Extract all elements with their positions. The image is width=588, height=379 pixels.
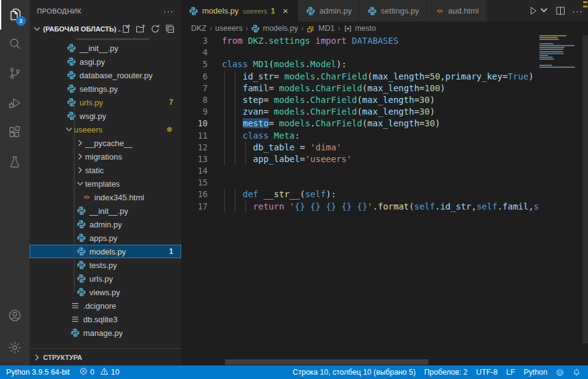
activity-search-button[interactable] <box>0 30 30 59</box>
breadcrumb-mesto[interactable]: mesto <box>343 24 376 33</box>
tree-item-models.py[interactable]: models.py1 <box>30 245 181 258</box>
tab-aud.html[interactable]: <>aud.html <box>427 0 487 22</box>
python-file-icon <box>76 287 86 297</box>
sidebar-more-actions-icon[interactable]: ··· <box>163 6 174 16</box>
python-file-icon <box>67 70 76 80</box>
tab-problems-count: 1 <box>271 7 275 15</box>
new-file-icon[interactable] <box>121 24 131 34</box>
tree-item-__init__.py[interactable]: __init__.py <box>30 41 181 55</box>
tree-item-.dcignore[interactable]: .dcignore <box>30 299 181 312</box>
indentation-setting[interactable]: Пробелов: 2 <box>424 365 467 379</box>
activity-source-control-button[interactable] <box>0 59 30 89</box>
refresh-icon[interactable] <box>150 24 160 34</box>
activity-run-debug-button[interactable] <box>0 89 30 118</box>
breadcrumb-separator-icon: › <box>245 24 248 33</box>
code-line-4: 4 <box>181 47 539 59</box>
run-button[interactable] <box>528 5 549 17</box>
code-editor[interactable]: 3from DKZ.settings import DATABASES45cla… <box>181 35 539 359</box>
close-icon[interactable]: × <box>280 7 290 15</box>
python-file-icon <box>76 233 86 243</box>
status-bar: Python 3.9.5 64-bit 0 10 Строка 10, стол… <box>0 365 588 379</box>
debug-icon <box>7 96 22 112</box>
tree-item-admin.py[interactable]: admin.py <box>30 218 181 231</box>
tab-models.py[interactable]: models.pyuseeers1× <box>181 0 298 22</box>
warning-icon <box>100 367 108 377</box>
tree-item-settings.py[interactable]: settings.py <box>30 82 181 96</box>
tree-item-templates[interactable]: templates <box>30 177 181 190</box>
breadcrumb-separator-icon: › <box>338 24 340 33</box>
horizontal-scrollbar[interactable] <box>225 359 428 365</box>
python-file-icon <box>76 219 86 229</box>
tree-item-urls.py[interactable]: urls.py7 <box>30 96 181 109</box>
html-file-icon: <> <box>81 192 91 202</box>
split-editor-icon[interactable] <box>555 6 566 16</box>
vertical-scrollbar[interactable] <box>582 35 588 343</box>
field-icon <box>343 24 353 33</box>
more-actions-icon[interactable]: ··· <box>572 6 583 16</box>
tree-item-urls.py[interactable]: urls.py <box>30 272 181 285</box>
tree-item-apps.py[interactable]: apps.py <box>30 231 181 245</box>
tree-item-views.py[interactable]: views.py <box>30 285 181 299</box>
breadcrumb-useeers[interactable]: useeers <box>215 24 242 33</box>
explorer-badge: 2 <box>16 16 26 26</box>
problems-indicator[interactable]: 0 10 <box>80 365 120 379</box>
collapse-all-icon[interactable] <box>165 24 175 34</box>
tab-admin.py[interactable]: admin.py <box>298 0 360 22</box>
feedback-icon[interactable] <box>556 365 564 379</box>
code-line-5: 5class MD1(models.Model): <box>181 59 539 70</box>
extensions-icon <box>7 125 22 142</box>
error-icon <box>80 367 88 377</box>
chevron-down-icon <box>64 124 74 134</box>
python-interpreter-selector[interactable]: Python 3.9.5 64-bit <box>6 365 70 379</box>
tree-item-db.sqlite3[interactable]: db.sqlite3 <box>30 312 181 326</box>
new-folder-icon[interactable] <box>136 24 145 34</box>
html-file-icon: <> <box>435 6 444 16</box>
breadcrumb-models.py[interactable]: models.py <box>251 24 298 33</box>
tree-item-wsgi.py[interactable]: wsgi.py <box>30 109 181 123</box>
tree-item-__init__.py[interactable]: __init__.py <box>30 204 181 218</box>
tree-item-tests.py[interactable]: tests.py <box>30 258 181 272</box>
breadcrumb: DKZ›useeers›models.py›MD1›mesto <box>181 22 588 35</box>
tree-item-index345.html[interactable]: <>index345.html <box>30 190 181 204</box>
tree-item-database_roouter.py[interactable]: database_roouter.py <box>30 68 181 82</box>
python-file-icon <box>76 274 86 283</box>
notifications-bell-icon[interactable] <box>573 365 581 379</box>
editor-actions: ··· <box>528 0 583 22</box>
activity-settings-button[interactable] <box>0 333 30 363</box>
python-file-icon <box>76 247 86 256</box>
activity-explorer-button[interactable]: 2 <box>0 0 30 30</box>
python-file-icon <box>76 260 86 270</box>
tree-indent-guide <box>74 103 75 293</box>
breadcrumb-DKZ[interactable]: DKZ <box>191 24 206 33</box>
language-mode[interactable]: Python <box>524 365 547 379</box>
python-file-icon <box>67 111 76 121</box>
tree-item-asgi.py[interactable]: asgi.py <box>30 55 181 68</box>
tree-item-static[interactable]: static <box>30 163 181 177</box>
activity-extensions-button[interactable] <box>0 118 30 148</box>
beaker-icon <box>7 155 22 171</box>
overview-ruler-warning-mark <box>583 6 587 7</box>
code-line-7: 7 famil= models.CharField(max_length=100… <box>181 83 539 94</box>
tree-item-migrations[interactable]: migrations <box>30 150 181 163</box>
problems-dot-badge <box>167 127 172 132</box>
encoding-setting[interactable]: UTF-8 <box>476 365 498 379</box>
python-file-icon <box>70 328 80 338</box>
tree-item-useeers[interactable]: useeers <box>30 123 181 136</box>
chevron-right-icon <box>75 165 85 175</box>
eol-setting[interactable]: LF <box>506 365 515 379</box>
problems-count-badge: 1 <box>169 247 173 256</box>
activity-testing-button[interactable] <box>0 148 30 177</box>
outline-section-header[interactable]: СТРУКТУРА <box>30 348 181 365</box>
search-icon <box>7 36 22 53</box>
tree-item-__pycache__[interactable]: __pycache__ <box>30 136 181 150</box>
activity-account-button[interactable] <box>0 301 30 331</box>
cursor-position[interactable]: Строка 10, столбец 10 (выбрано 5) <box>293 365 415 379</box>
chevron-down-icon <box>32 24 42 34</box>
tab-settings.py[interactable]: settings.py <box>360 0 427 22</box>
code-line-15: 15 <box>181 177 539 189</box>
minimap[interactable] <box>539 35 582 359</box>
tree-item-manage.py[interactable]: manage.py <box>30 326 181 340</box>
workspace-section-header[interactable]: (РАБОЧАЯ ОБЛАСТЬ) ... <box>30 22 181 36</box>
code-line-9: 9 zvan= models.CharField(max_length=30) <box>181 106 539 118</box>
breadcrumb-MD1[interactable]: MD1 <box>306 24 334 33</box>
